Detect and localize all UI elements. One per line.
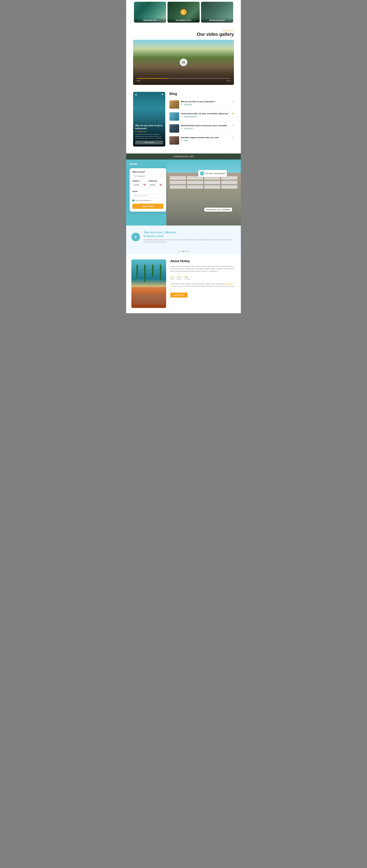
blog-thumb-lorem xyxy=(169,112,179,121)
read-more-button[interactable]: READ MORE xyxy=(135,141,163,145)
category-card-incredible-forest[interactable]: Incredible Forest ▶ xyxy=(168,2,200,23)
blog-item-author: by : Wildan Nari xyxy=(181,103,230,105)
author-link[interactable]: Rane xyxy=(184,140,188,141)
blog-item-title: Morbi dictumst varius sed posuere arcu, … xyxy=(181,124,230,127)
guest-select[interactable]: How many guest ? 1 2 3 4+ xyxy=(133,193,163,198)
blog-item-text: Why do you have to go to Indonesia ? by … xyxy=(181,100,230,105)
bookmark-active-icon[interactable]: ⚑ xyxy=(232,112,234,115)
video-player[interactable]: 05:21 15:01 xyxy=(133,40,234,85)
window xyxy=(221,185,237,189)
bookmark-icon[interactable]: ⚑ xyxy=(232,124,234,127)
window xyxy=(221,181,237,184)
where-label: Where you go? xyxy=(133,171,163,173)
dot-2[interactable] xyxy=(180,251,182,252)
checkout-label: Check out xyxy=(148,180,163,182)
blog-section: #1 ⚑ Why do you have to go to Indonesia?… xyxy=(126,85,241,153)
video-header: Want to see? Our video gallery xyxy=(133,30,234,37)
window xyxy=(170,176,186,180)
about-stats: 1.2k Hotel 4.8k Rooms 186 Country xyxy=(170,275,236,280)
blog-item[interactable]: Sed diam magna euismod vitae orci, nunc … xyxy=(169,134,234,147)
stat-hotel: 1.2k Hotel xyxy=(170,275,174,280)
blog-thumb-sed xyxy=(169,136,179,145)
dot-3-active[interactable] xyxy=(183,251,184,252)
window xyxy=(204,185,220,189)
palm-tree xyxy=(144,265,146,282)
search-hotel-button[interactable]: Search Hotel xyxy=(133,204,163,209)
window xyxy=(170,181,186,184)
blog-item[interactable]: Lorem ipsum dolor sit amet, consectetur … xyxy=(169,111,234,123)
window xyxy=(170,185,186,189)
minutes-body: Suspendisse tristique porttitor vel iacu… xyxy=(144,239,236,243)
stat-rooms-label: Rooms xyxy=(177,278,182,280)
checkout-input-wrap: 📅 xyxy=(148,183,163,187)
dot-4[interactable] xyxy=(185,251,187,252)
calendar-icon: 📅 xyxy=(159,184,162,186)
play-pause-button[interactable] xyxy=(180,59,187,66)
checkbox-row: Pay when checking in? xyxy=(133,199,163,202)
author-link[interactable]: Wildan Nari xyxy=(184,103,192,105)
about-content: About Hotely Semper sed neque quis torto… xyxy=(170,259,236,308)
author-link[interactable]: Robert Rere Albert xyxy=(184,116,197,117)
dot-5[interactable] xyxy=(188,251,189,252)
stat-hotel-number: 1.2k xyxy=(170,275,174,278)
video-progress-bar[interactable] xyxy=(137,78,230,79)
featured-number: #1 xyxy=(135,94,137,96)
category-label-amazing-mountain: Amazing Montain xyxy=(202,19,232,21)
dot-1[interactable] xyxy=(178,251,179,252)
hotel-building-illustration xyxy=(166,159,241,225)
palm-tree xyxy=(152,265,153,277)
tooltip-paradise-text: This hotel is like paradise! xyxy=(205,173,225,175)
category-card-wonderful-sea[interactable]: Wonderful Sea xyxy=(134,2,166,23)
category-arrow-button[interactable]: ▶ xyxy=(180,9,187,15)
where-input-wrap: ☉ xyxy=(133,174,163,178)
video-section: Want to see? Our video gallery 05:21 15:… xyxy=(126,24,241,85)
category-card-amazing-mountain[interactable]: Amazing Montain xyxy=(201,2,233,23)
blog-item-title: Why do you have to go to Indonesia ? xyxy=(181,100,230,103)
stat-country-label: Country xyxy=(185,278,190,280)
progress-track xyxy=(137,78,230,79)
where-input[interactable] xyxy=(133,174,163,178)
hotel-app-section: Hotely Home Find Hotel About Us Contact … xyxy=(126,159,241,225)
featured-excerpt: Lorem ipsum dolor sit amet, consectetur … xyxy=(135,133,163,139)
footer-text: All Right Reserved - 2020 xyxy=(174,156,193,157)
window xyxy=(204,181,220,184)
stat-country: 186 Country xyxy=(185,275,190,280)
checkin-col: Check in 📅 xyxy=(133,180,147,189)
bookmark-icon[interactable]: ⚑ xyxy=(232,100,234,103)
video-title: Our video gallery xyxy=(133,32,234,37)
card-overlay: Wonderful Sea xyxy=(134,18,166,23)
blog-item-text: Lorem ipsum dolor sit amet, consectetur … xyxy=(181,112,230,117)
heart-badge-icon: ♥ xyxy=(200,172,204,176)
about-image-lower xyxy=(131,287,166,308)
window xyxy=(187,185,203,189)
about-link[interactable]: fermentum vel xyxy=(170,283,233,287)
explore-more-button[interactable]: Explore More xyxy=(170,292,188,298)
date-row: Check in 📅 Check out 📅 xyxy=(133,180,163,189)
author-link[interactable]: Pacius Simm xyxy=(184,127,193,129)
bookmark-icon[interactable]: ⚑ xyxy=(232,136,234,139)
checkin-label: Check in xyxy=(133,180,147,182)
progress-fill xyxy=(137,78,168,79)
pay-later-label: Pay when checking in? xyxy=(136,199,151,202)
hotel-logo: Hotely xyxy=(130,162,137,165)
current-time: 05:21 xyxy=(137,80,141,82)
blog-item-text: Sed diam magna euismod vitae orci, nunc … xyxy=(181,136,230,141)
minutes-icon-wrap: ♥ xyxy=(131,232,140,241)
featured-bookmark-icon[interactable]: ⚑ xyxy=(161,93,164,96)
blog-thumb-indonesia xyxy=(169,100,179,109)
about-sub-desc: suspendisse porttitor posuere. Augue con… xyxy=(170,283,236,290)
palm-tree xyxy=(136,265,138,278)
heart-icon: ♥ xyxy=(135,235,137,239)
about-section: About Hotely Semper sed neque quis torto… xyxy=(126,254,241,313)
blog-item[interactable]: Morbi dictumst varius sed posuere arcu, … xyxy=(169,123,234,134)
featured-author: by : william Mari xyxy=(135,130,163,132)
blog-item-author: by : Pacius Simm xyxy=(181,127,230,129)
video-times: 05:21 15:01 xyxy=(137,80,230,82)
guest-label: Guest xyxy=(133,190,163,192)
pay-later-checkbox[interactable] xyxy=(133,199,135,202)
blog-item[interactable]: Why do you have to go to Indonesia ? by … xyxy=(169,99,234,111)
minutes-section: ♥ Take less than 1 Minutes to book a roo… xyxy=(126,225,241,249)
dots-navigation xyxy=(126,249,241,254)
location-icon: ☉ xyxy=(160,175,162,178)
blog-item-author: by : Rane xyxy=(181,140,230,141)
